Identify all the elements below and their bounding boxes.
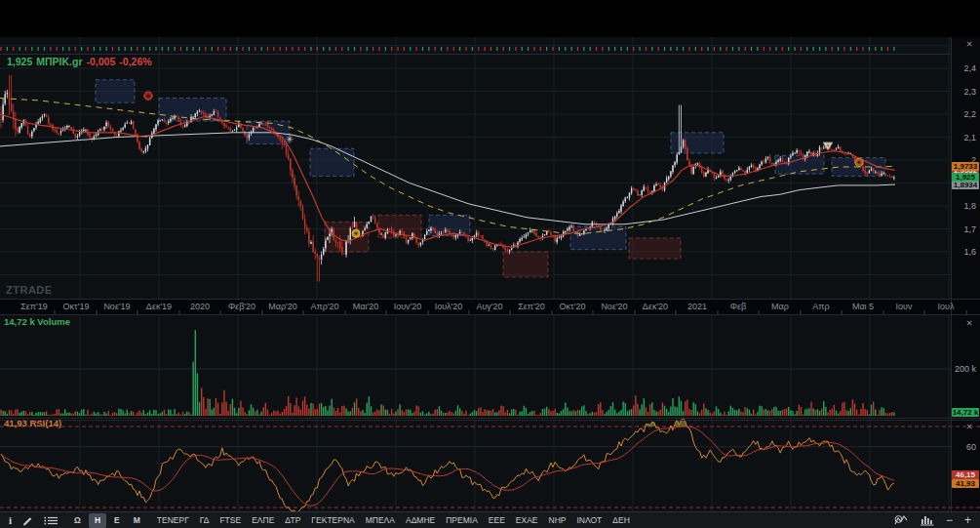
axis-tick-label: 1,6	[951, 247, 976, 257]
time-axis-label: Δεκ'20	[643, 302, 668, 311]
time-axis-label: Φεβ'20	[228, 302, 255, 311]
time-axis-label: Απρ	[812, 302, 829, 311]
pencil-glyph	[21, 514, 34, 527]
volume-tag: 14,72 k	[952, 408, 979, 417]
watermark: ZTRADE	[6, 284, 53, 296]
axis-tick-label: 2,4	[951, 63, 976, 73]
zoom-in-button[interactable]: +	[960, 513, 975, 528]
close-main-pane-button[interactable]: ✕	[963, 39, 975, 50]
time-axis-label: Μαρ	[771, 302, 789, 311]
time-axis-label: Σεπ'19	[20, 302, 48, 311]
time-axis-label: Ιουν	[896, 302, 913, 311]
time-axis-label: 2021	[687, 302, 707, 311]
symbol-tab-ΔΤΡ[interactable]: ΔΤΡ	[280, 513, 305, 528]
watchlist-glyph	[44, 515, 59, 526]
svg-text:✳: ✳	[286, 134, 294, 144]
symbol-tab-FTSE[interactable]: FTSE	[215, 513, 246, 528]
symbol-tab-ΙΝΛΟΤ[interactable]: ΙΝΛΟΤ	[571, 513, 607, 528]
time-axis-label: Αυγ'20	[476, 302, 502, 311]
bar-style-icon[interactable]	[917, 513, 938, 528]
price-tag: 1,925	[952, 173, 979, 182]
timeframe-group: ΩΗΕΜ	[68, 513, 146, 528]
time-axis-label: 2020	[190, 302, 210, 311]
symbol-tab-ΓΕΚΤΕΡΝΑ[interactable]: ΓΕΚΤΕΡΝΑ	[306, 513, 359, 528]
time-axis-label: Μαι 5	[852, 302, 874, 311]
time-axis-label: Ιουλ'20	[435, 302, 463, 311]
time-axis-label: Οκτ'20	[560, 302, 586, 311]
zoom-out-button[interactable]: −	[942, 513, 957, 528]
time-axis-label: Μαρ'20	[268, 302, 297, 311]
close-volume-pane-button[interactable]: ✕	[963, 318, 975, 329]
axis-tick-label: 200 k	[951, 364, 976, 374]
timeframe-button-Ε[interactable]: Ε	[108, 513, 126, 528]
bottom-toolbar: i ΩΗΕΜ ΤΕΝΕΡΓΓΔFTSEΕΛΠΕΔΤΡΓΕΚΤΕΡΝΑΜΠΕΛΑΑ…	[0, 511, 980, 528]
time-axis-label: Νοε'19	[103, 302, 130, 311]
time-axis-label: Νοε'20	[601, 302, 627, 311]
symbol-tab-ΕΕΕ[interactable]: ΕΕΕ	[484, 513, 510, 528]
timeframe-button-Ω[interactable]: Ω	[68, 513, 87, 528]
time-axis-label: Μαι'20	[353, 302, 378, 311]
time-axis-label: Ιουλ	[938, 302, 955, 311]
info-icon[interactable]: i	[5, 513, 16, 528]
time-axis-label: Οκτ'19	[63, 302, 90, 311]
bar-style-glyph	[921, 514, 934, 526]
axis-tick-label: 1,8	[951, 201, 976, 211]
timeframe-button-Μ[interactable]: Μ	[128, 513, 146, 528]
symbol-tab-ΔΕΗ[interactable]: ΔΕΗ	[608, 513, 635, 528]
time-axis-label: Δεκ'19	[146, 302, 172, 311]
symbol-tab-ΤΕΝΕΡΓ[interactable]: ΤΕΝΕΡΓ	[152, 513, 194, 528]
rsi-tag: 41,93	[952, 479, 979, 488]
time-axis-label: Σεπ'20	[518, 302, 545, 311]
time-axis-label: Φεβ	[730, 302, 746, 311]
toolbar-right-group: − +	[890, 513, 975, 528]
symbol-tab-ΝΗΡ[interactable]: ΝΗΡ	[544, 513, 571, 528]
chart-canvas[interactable]: ✳	[0, 0, 980, 511]
axis-tick-label: 2,2	[951, 109, 976, 119]
symbol-tab-ΕΧΑΕ[interactable]: ΕΧΑΕ	[511, 513, 543, 528]
axis-tick-label: 60	[951, 442, 976, 452]
symbol-tab-ΓΔ[interactable]: ΓΔ	[195, 513, 215, 528]
price-tag: 1,9733	[952, 162, 979, 171]
close-rsi-pane-button[interactable]: ✕	[963, 422, 975, 432]
trading-terminal: ✳ 1,925ΜΠΡΙΚ.gr-0,005-0,26% 14,72 k Volu…	[0, 0, 980, 528]
symbol-tab-ΜΠΕΛΑ[interactable]: ΜΠΕΛΑ	[361, 513, 400, 528]
symbol-tab-group: ΤΕΝΕΡΓΓΔFTSEΕΛΠΕΔΤΡΓΕΚΤΕΡΝΑΜΠΕΛΑΑΔΜΗΕΠΡΕ…	[152, 513, 635, 528]
symbol-tab-ΠΡΕΜΙΑ[interactable]: ΠΡΕΜΙΑ	[441, 513, 483, 528]
time-axis-label: Ιουν'20	[394, 302, 422, 311]
timeframe-button-Η[interactable]: Η	[89, 513, 106, 528]
rsi-tag: 46,15	[952, 470, 979, 479]
fit-chart-glyph	[894, 514, 909, 526]
axis-tick-label: 2,3	[951, 87, 976, 97]
axis-tick-label: 2,1	[951, 133, 976, 142]
time-axis-label: Απρ'20	[310, 302, 338, 311]
axis-tick-label: 1,7	[951, 224, 976, 234]
symbol-tab-ΕΛΠΕ[interactable]: ΕΛΠΕ	[247, 513, 279, 528]
watchlist-icon[interactable]	[40, 513, 62, 528]
symbol-tab-ΑΔΜΗΕ[interactable]: ΑΔΜΗΕ	[401, 513, 440, 528]
pencil-icon[interactable]	[18, 513, 38, 528]
fit-chart-icon[interactable]	[890, 513, 913, 528]
